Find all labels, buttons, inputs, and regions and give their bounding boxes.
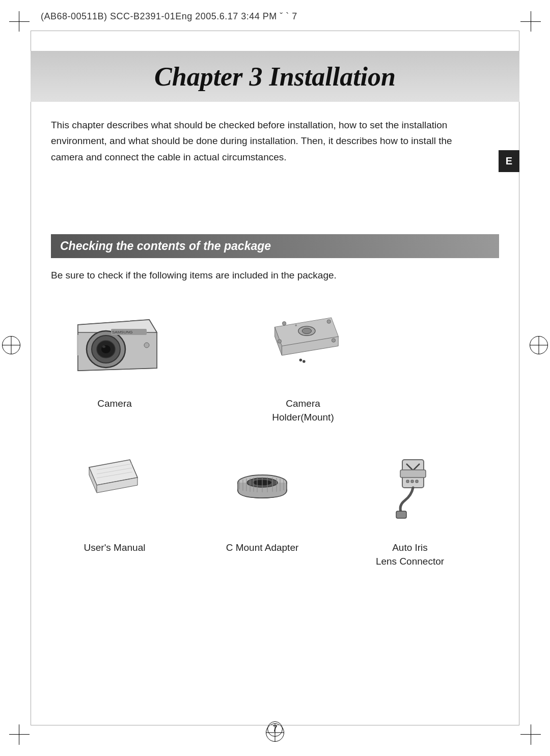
item-camera: SAMSUNG Camera	[41, 295, 188, 424]
mount-icon-area	[252, 295, 354, 392]
camera-icon: SAMSUNG	[68, 304, 162, 383]
crop-mark-tl-h	[9, 21, 30, 22]
header-text: (AB68-00511B) SCC-B2391-01Eng 2005.6.17 …	[41, 11, 297, 22]
items-grid: SAMSUNG Camera	[41, 295, 509, 578]
svg-point-17	[302, 360, 306, 363]
lens-adapter-icon	[229, 455, 295, 521]
border-top	[31, 31, 519, 31]
crop-mark-bl-v	[19, 724, 19, 745]
svg-point-14	[278, 340, 281, 343]
crop-mark-tr-v	[531, 11, 531, 32]
svg-point-4	[102, 345, 105, 348]
svg-text:SAMSUNG: SAMSUNG	[112, 330, 132, 334]
connector-label: Auto Iris Lens Connector	[376, 541, 444, 568]
border-left	[31, 31, 31, 725]
lens-icon-area	[211, 439, 313, 536]
svg-point-15	[295, 324, 297, 326]
crop-mark-tl-v	[19, 11, 19, 32]
svg-point-10	[302, 328, 311, 334]
item-camera-mount: Camera Holder(Mount)	[229, 295, 377, 424]
chapter-band: Chapter 3 Installation	[31, 51, 519, 102]
svg-rect-29	[400, 470, 426, 478]
border-right	[519, 31, 519, 725]
reg-circle-left	[2, 336, 20, 354]
connector-icon-area	[359, 439, 461, 536]
svg-point-11	[282, 322, 286, 325]
mount-label: Camera Holder(Mount)	[272, 397, 334, 424]
svg-point-7	[144, 343, 149, 348]
connector-icon	[377, 452, 443, 523]
svg-rect-32	[411, 480, 414, 483]
reg-circle-right	[530, 336, 548, 354]
crop-mark-br-v	[531, 724, 531, 745]
crop-mark-bl-h	[9, 734, 30, 735]
manual-icon-area	[64, 439, 166, 536]
svg-rect-8	[77, 335, 79, 355]
c-mount-label: C Mount Adapter	[226, 541, 299, 555]
camera-label: Camera	[97, 397, 132, 411]
page-number: 7	[267, 721, 283, 737]
mount-icon	[265, 313, 341, 374]
manual-icon	[81, 455, 148, 521]
intro-text: This chapter describes what should be ch…	[51, 117, 479, 165]
svg-point-12	[327, 320, 331, 323]
svg-point-16	[299, 359, 302, 362]
package-subtext: Be sure to check if the following items …	[51, 270, 337, 281]
chapter-title: Chapter 3 Installation	[154, 62, 396, 92]
items-row-2: User's Manual	[41, 439, 509, 568]
svg-point-13	[332, 339, 335, 342]
manual-label: User's Manual	[84, 541, 146, 555]
section-heading-text: Checking the contents of the package	[60, 239, 271, 253]
section-heading: Checking the contents of the package	[51, 234, 499, 258]
svg-rect-33	[416, 480, 418, 483]
items-row-1: SAMSUNG Camera	[41, 295, 509, 424]
e-badge: E	[499, 150, 519, 172]
svg-rect-30	[396, 511, 406, 518]
item-manual: User's Manual	[41, 439, 188, 568]
section-heading-bar: Checking the contents of the package	[51, 234, 499, 258]
camera-icon-area: SAMSUNG	[64, 295, 166, 392]
item-c-mount: C Mount Adapter	[188, 439, 336, 568]
svg-rect-31	[406, 480, 409, 483]
item-connector: Auto Iris Lens Connector	[336, 439, 484, 568]
